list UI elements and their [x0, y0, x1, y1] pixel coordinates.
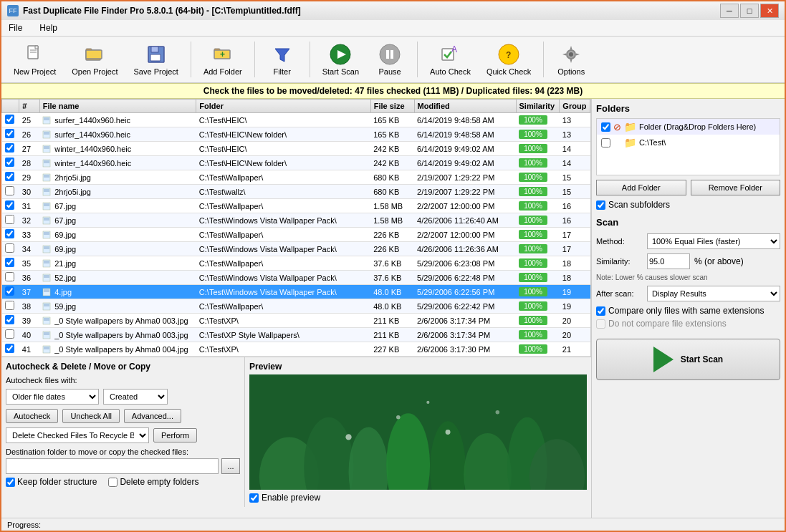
uncheck-all-button[interactable]: Uncheck All: [62, 409, 119, 423]
table-row[interactable]: 3167.jpgC:\Test\Wallpaper\1.58 MB2/2/200…: [2, 199, 590, 213]
folder-checkbox-0[interactable]: [601, 122, 610, 132]
col-filesize[interactable]: File size: [370, 100, 414, 113]
row-checkbox[interactable]: [5, 243, 14, 253]
enable-preview-checkbox[interactable]: [249, 493, 259, 503]
col-modified[interactable]: Modified: [414, 100, 516, 113]
date-combo[interactable]: Older file dates: [6, 389, 99, 405]
table-row[interactable]: 25surfer_1440x960.heicC:\Test\HEIC\165 K…: [2, 113, 590, 127]
row-checkbox[interactable]: [5, 301, 14, 310]
similarity-badge: 100%: [519, 301, 547, 311]
sort-combo[interactable]: Created: [103, 389, 168, 405]
auto-check-button[interactable]: A Auto Check: [423, 39, 477, 79]
row-checkbox[interactable]: [5, 115, 14, 124]
open-project-button[interactable]: Open Project: [65, 39, 124, 79]
minimize-button[interactable]: ─: [720, 4, 739, 18]
compare-ext-checkbox[interactable]: [596, 306, 605, 316]
options-label: Options: [557, 67, 585, 76]
perform-button[interactable]: Perform: [153, 428, 197, 442]
scan-method-row: Method: 100% Equal Files (faster): [596, 233, 780, 249]
table-row[interactable]: 41_0 Style wallpapers by Ahma0 004.jpgC:…: [2, 342, 590, 357]
quick-check-button[interactable]: ? Quick Check: [480, 39, 537, 79]
delete-empty-folders-checkbox[interactable]: Delete empty folders: [108, 477, 198, 487]
menu-help[interactable]: Help: [35, 21, 62, 34]
col-similarity[interactable]: Similarity: [516, 100, 560, 113]
close-button[interactable]: ✕: [760, 4, 779, 18]
scan-similarity-label: Similarity:: [596, 257, 643, 266]
scan-similarity-row: Similarity: % (or above): [596, 253, 780, 269]
remove-folder-button[interactable]: Remove Folder: [691, 180, 781, 195]
table-row[interactable]: 292hrjo5i.jpgC:\Test\Wallpaper\680 KB2/1…: [2, 170, 590, 185]
row-checkbox[interactable]: [5, 258, 14, 267]
row-checkbox[interactable]: [5, 143, 14, 153]
col-folder[interactable]: Folder: [196, 100, 370, 113]
keep-folder-structure-checkbox[interactable]: Keep folder structure: [6, 477, 97, 487]
svg-rect-7: [151, 47, 158, 52]
table-row[interactable]: 302hrjo5i.jpgC:\Test\wallz\680 KB2/19/20…: [2, 185, 590, 199]
folder-item-1[interactable]: ⊘ 📁 C:\Test\: [597, 135, 780, 150]
similarity-badge: 100%: [519, 144, 547, 153]
row-checkbox[interactable]: [5, 329, 14, 339]
action-combo[interactable]: Delete Checked Files To Recycle Bin: [6, 427, 149, 443]
table-row[interactable]: 3859.jpgC:\Test\Wallpaper\48.0 KB5/29/20…: [2, 299, 590, 314]
table-row[interactable]: 3652.jpgC:\Test\Windows Vista Wallpaper …: [2, 271, 590, 285]
add-folder-right-button[interactable]: Add Folder: [596, 180, 686, 195]
row-checkbox[interactable]: [5, 315, 14, 324]
table-row[interactable]: 3267.jpgC:\Test\Windows Vista Wallpaper …: [2, 213, 590, 228]
folder-icon-1: 📁: [624, 137, 636, 148]
start-scan-button[interactable]: Start Scan: [596, 339, 780, 380]
row-checkbox[interactable]: [5, 186, 14, 195]
table-row[interactable]: 3469.jpgC:\Test\Windows Vista Wallpaper …: [2, 242, 590, 256]
row-checkbox[interactable]: [5, 286, 14, 296]
scan-similarity-input[interactable]: [647, 253, 690, 269]
window-title: Fast Duplicate File Finder Pro 5.8.0.1 (…: [23, 6, 301, 16]
table-row[interactable]: 3369.jpgC:\Test\Wallpaper\226 KB2/2/2007…: [2, 228, 590, 242]
start-scan-toolbar-button[interactable]: Start Scan: [316, 39, 365, 79]
table-row[interactable]: 39_0 Style wallpapers by Ahma0 003.jpgC:…: [2, 314, 590, 328]
add-folder-button[interactable]: + Add Folder: [197, 39, 249, 79]
svg-rect-39: [44, 218, 49, 221]
scan-subfolders-checkbox[interactable]: [596, 200, 605, 210]
similarity-badge: 100%: [519, 115, 547, 125]
filter-button[interactable]: Filter: [261, 39, 304, 79]
col-group[interactable]: Group: [560, 100, 590, 113]
row-checkbox[interactable]: [5, 200, 14, 210]
table-row[interactable]: 28winter_1440x960.heicC:\Test\HEIC\New f…: [2, 156, 590, 170]
new-project-button[interactable]: New Project: [7, 39, 62, 79]
row-checkbox[interactable]: [5, 215, 14, 224]
row-checkbox[interactable]: [5, 344, 14, 353]
row-checkbox[interactable]: [5, 172, 14, 181]
folder-checkbox-1[interactable]: [601, 138, 610, 147]
scan-method-combo[interactable]: 100% Equal Files (faster): [647, 233, 780, 249]
new-project-icon: [24, 43, 47, 66]
options-button[interactable]: Options: [550, 39, 593, 79]
autocheck-with-label: Autocheck files with:: [6, 376, 77, 385]
browse-button[interactable]: ...: [221, 458, 240, 474]
save-project-button[interactable]: Save Project: [128, 39, 185, 79]
row-checkbox[interactable]: [5, 229, 14, 238]
row-checkbox[interactable]: [5, 272, 14, 281]
no-compare-ext-checkbox[interactable]: [596, 319, 605, 329]
scan-after-combo[interactable]: Display Results: [647, 286, 780, 301]
table-row[interactable]: 40_0 Style wallpapers by Ahma0 003.jpgC:…: [2, 328, 590, 342]
filter-label: Filter: [273, 67, 290, 76]
pause-button[interactable]: Pause: [368, 39, 411, 79]
menu-file[interactable]: File: [4, 21, 27, 34]
col-num[interactable]: #: [19, 100, 39, 113]
file-table-container[interactable]: # File name Folder File size Modified Si…: [1, 99, 591, 357]
advanced-button[interactable]: Advanced...: [124, 409, 181, 423]
maximize-button[interactable]: □: [740, 4, 759, 18]
dest-input[interactable]: [6, 458, 219, 474]
svg-rect-43: [44, 246, 49, 249]
preview-title: Preview: [249, 362, 587, 372]
table-row[interactable]: 27winter_1440x960.heicC:\Test\HEIC\242 K…: [2, 142, 590, 156]
table-row[interactable]: 3521.jpgC:\Test\Wallpaper\37.6 KB5/29/20…: [2, 256, 590, 271]
col-filename[interactable]: File name: [39, 100, 196, 113]
autocheck-button[interactable]: Autocheck: [6, 409, 58, 423]
row-checkbox[interactable]: [5, 129, 14, 138]
svg-rect-25: [44, 117, 49, 120]
folder-item-0[interactable]: ⊘ 📁 Folder (Drag&Drop Folders Here): [597, 119, 780, 135]
table-row[interactable]: 26surfer_1440x960.heicC:\Test\HEIC\New f…: [2, 127, 590, 142]
table-row[interactable]: 374.jpgC:\Test\Windows Vista Wallpaper P…: [2, 285, 590, 299]
folder-icon-0: 📁: [624, 121, 636, 132]
row-checkbox[interactable]: [5, 158, 14, 167]
